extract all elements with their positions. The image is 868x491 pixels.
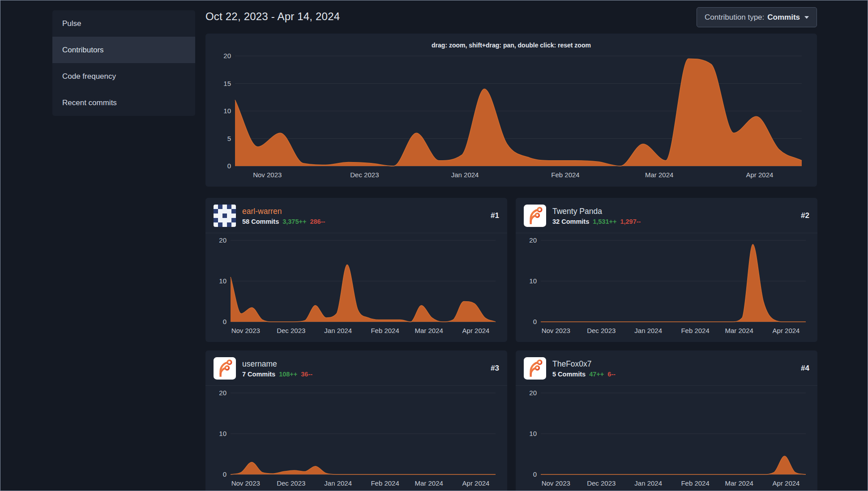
contributor-rank: #1: [491, 211, 499, 220]
y-tick-label: 10: [219, 277, 227, 285]
avatar: [214, 357, 236, 380]
earl-warren-chart-svg[interactable]: 01020Nov 2023Dec 2023Jan 2024Feb 2024Mar…: [213, 237, 500, 338]
y-tick-label: 0: [223, 318, 227, 325]
contributor-name: username: [242, 359, 484, 369]
y-tick-label: 0: [533, 318, 537, 325]
contributor-chart[interactable]: 01020Nov 2023Dec 2023Jan 2024Feb 2024Mar…: [523, 237, 810, 338]
x-tick-label: Jan 2024: [634, 327, 662, 334]
dropdown-caret-icon: [804, 16, 809, 19]
x-tick-label: Feb 2024: [551, 171, 579, 179]
y-tick-label: 10: [529, 430, 537, 437]
contributor-card-1: earl-warren 58 Commits 3,375++ 286-- #1 …: [205, 198, 507, 342]
contributor-chart[interactable]: 01020Nov 2023Dec 2023Jan 2024Feb 2024Mar…: [213, 389, 500, 491]
overall-contributions-chart[interactable]: 05101520Nov 2023Dec 2023Jan 2024Feb 2024…: [214, 52, 808, 183]
contributor-rank: #2: [801, 211, 809, 220]
x-tick-label: Nov 2023: [542, 327, 570, 334]
x-tick-label: Mar 2024: [415, 327, 443, 334]
avatar: [214, 205, 236, 227]
contributor-chart[interactable]: 01020Nov 2023Dec 2023Jan 2024Feb 2024Mar…: [213, 237, 500, 338]
forgejo-logo-icon: [214, 357, 236, 380]
area-fill: [541, 456, 806, 474]
deletions-count: 6--: [607, 371, 616, 378]
additions-count: 1,531++: [593, 218, 616, 225]
y-tick-label: 20: [529, 389, 537, 397]
contributor-cards-grid: earl-warren 58 Commits 3,375++ 286-- #1 …: [205, 198, 817, 491]
x-tick-label: Nov 2023: [231, 479, 260, 487]
overall-chart-svg[interactable]: 05101520Nov 2023Dec 2023Jan 2024Feb 2024…: [214, 52, 808, 183]
x-tick-label: Feb 2024: [371, 479, 399, 487]
contributor-card-4: TheFox0x7 5 Commits 47++ 6-- #4 01020Nov…: [516, 350, 817, 491]
x-tick-label: Mar 2024: [415, 479, 443, 487]
sidebar-item-contributors[interactable]: Contributors: [52, 37, 195, 63]
x-tick-label: Feb 2024: [681, 479, 709, 487]
x-tick-label: Jan 2024: [451, 171, 479, 179]
x-tick-label: Feb 2024: [371, 327, 399, 334]
x-tick-label: Dec 2023: [277, 479, 305, 487]
forgejo-logo-icon: [524, 357, 546, 380]
sidebar-item-recent-commits[interactable]: Recent commits: [52, 90, 195, 116]
contributor-stats: 7 Commits 108++ 36--: [242, 371, 484, 378]
contributor-chart[interactable]: 01020Nov 2023Dec 2023Jan 2024Feb 2024Mar…: [523, 389, 810, 491]
x-tick-label: Apr 2024: [773, 327, 800, 334]
x-tick-label: Nov 2023: [542, 479, 570, 487]
x-tick-label: Jan 2024: [634, 479, 662, 487]
area-stroke: [231, 265, 496, 322]
contributor-stats: 5 Commits 47++ 6--: [552, 371, 795, 378]
thefox0x7-chart-svg[interactable]: 01020Nov 2023Dec 2023Jan 2024Feb 2024Mar…: [523, 389, 810, 491]
area-stroke: [541, 456, 806, 474]
y-tick-label: 20: [529, 237, 537, 244]
contributor-card-header: earl-warren 58 Commits 3,375++ 286-- #1: [205, 198, 507, 233]
y-tick-label: 10: [529, 277, 537, 285]
sidebar-item-code-frequency[interactable]: Code frequency: [52, 63, 195, 90]
x-tick-label: Dec 2023: [277, 327, 305, 334]
contributor-card-header: Twenty Panda 32 Commits 1,531++ 1,297-- …: [516, 198, 817, 233]
contribution-type-dropdown[interactable]: Contribution type: Commits: [697, 7, 817, 27]
x-tick-label: Jan 2024: [324, 327, 352, 334]
x-tick-label: Dec 2023: [587, 479, 616, 487]
forgejo-logo-icon: [524, 205, 546, 227]
y-tick-label: 10: [219, 430, 227, 437]
area-fill: [235, 59, 802, 166]
area-fill: [231, 265, 496, 322]
x-tick-label: Nov 2023: [231, 327, 260, 334]
x-tick-label: Apr 2024: [773, 479, 800, 487]
area-stroke: [231, 462, 496, 474]
sidebar-item-pulse[interactable]: Pulse: [52, 10, 195, 37]
contributor-rank: #3: [491, 364, 499, 373]
avatar: [524, 205, 546, 227]
x-tick-label: Jan 2024: [324, 479, 352, 487]
activity-sidebar-menu: Pulse Contributors Code frequency Recent…: [52, 10, 195, 116]
y-tick-label: 0: [227, 162, 231, 170]
y-tick-label: 10: [223, 107, 231, 115]
date-range-title: Oct 22, 2023 - Apr 14, 2024: [205, 10, 340, 23]
contributor-rank: #4: [801, 364, 809, 373]
deletions-count: 286--: [310, 218, 325, 225]
page-header: Oct 22, 2023 - Apr 14, 2024 Contribution…: [205, 0, 817, 27]
commit-count: 58 Commits: [242, 218, 279, 225]
username-chart-svg[interactable]: 01020Nov 2023Dec 2023Jan 2024Feb 2024Mar…: [213, 389, 500, 491]
x-tick-label: Mar 2024: [725, 327, 753, 334]
contributor-name[interactable]: earl-warren: [242, 207, 484, 216]
overall-contributions-panel: drag: zoom, shift+drag: pan, double clic…: [205, 34, 817, 187]
contributor-card-2: Twenty Panda 32 Commits 1,531++ 1,297-- …: [516, 198, 817, 342]
additions-count: 3,375++: [282, 218, 306, 225]
identicon-avatar-icon: [214, 205, 236, 227]
twenty-panda-chart-svg[interactable]: 01020Nov 2023Dec 2023Jan 2024Feb 2024Mar…: [523, 237, 810, 338]
x-tick-label: Apr 2024: [462, 479, 490, 487]
contributor-card-header: TheFox0x7 5 Commits 47++ 6-- #4: [516, 350, 817, 386]
additions-count: 108++: [279, 371, 297, 378]
x-tick-label: Dec 2023: [587, 327, 616, 334]
x-tick-label: Nov 2023: [253, 171, 282, 179]
x-tick-label: Feb 2024: [681, 327, 709, 334]
x-tick-label: Apr 2024: [746, 171, 773, 179]
x-tick-label: Mar 2024: [645, 171, 673, 179]
y-tick-label: 20: [219, 237, 227, 244]
y-tick-label: 15: [223, 80, 231, 87]
contributor-card-3: username 7 Commits 108++ 36-- #3 01020No…: [205, 350, 507, 491]
contributor-name: TheFox0x7: [552, 359, 795, 369]
x-tick-label: Mar 2024: [725, 479, 753, 487]
y-tick-label: 0: [223, 470, 227, 478]
y-tick-label: 20: [223, 52, 231, 60]
contributor-stats: 58 Commits 3,375++ 286--: [242, 218, 484, 225]
contribution-type-label: Contribution type:: [705, 13, 764, 22]
